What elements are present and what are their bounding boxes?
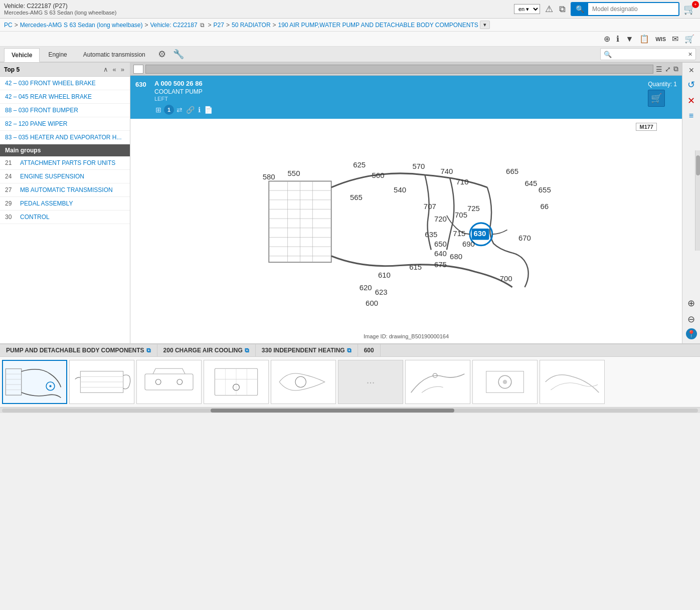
tab-icon-gear[interactable]: ⚙ <box>156 47 168 62</box>
svg-text:645: 645 <box>524 179 537 187</box>
svg-text:550: 550 <box>288 169 300 177</box>
svg-text:670: 670 <box>518 234 531 242</box>
main-groups-list: 21 ATTACHMENT PARTS FOR UNITS 24 ENGINE … <box>0 156 130 343</box>
doc-btn[interactable]: 📋 <box>638 33 651 45</box>
thumbnail-8[interactable] <box>472 360 538 404</box>
top5-item-1[interactable]: 42 – 030 FRONT WHEEL BRAKE <box>0 77 130 90</box>
tab-search-clear-btn[interactable]: ✕ <box>685 50 695 59</box>
copy-icon-btn[interactable]: ⧉ <box>558 3 567 16</box>
thumbnail-3[interactable] <box>136 360 202 404</box>
top5-item-2[interactable]: 42 – 045 REAR WHEEL BRAKE <box>0 90 130 104</box>
breadcrumb-copy-btn[interactable]: ⧉ <box>199 22 206 29</box>
sidebar-reset-btn[interactable]: ✕ <box>686 94 696 108</box>
parts-exchange-icon[interactable]: ⇄ <box>176 105 184 114</box>
svg-text:600: 600 <box>366 299 378 307</box>
tab-transmission[interactable]: Automatic transmission <box>76 48 153 62</box>
thumbnail-6[interactable]: ··· <box>338 360 403 404</box>
thumbnail-1[interactable] <box>2 360 67 404</box>
top5-item-3[interactable]: 88 – 030 FRONT BUMPER <box>0 104 130 117</box>
svg-rect-77 <box>540 360 604 403</box>
toolbar-cart-btn[interactable]: 🛒 <box>683 33 696 45</box>
main-group-24[interactable]: 24 ENGINE SUSPENSION <box>0 170 130 183</box>
parts-badge-1[interactable]: 1 <box>164 105 174 115</box>
svg-text:675: 675 <box>434 260 447 269</box>
svg-rect-71 <box>406 360 470 403</box>
cart-badge: + <box>692 1 699 8</box>
main-group-21[interactable]: 21 ATTACHMENT PARTS FOR UNITS <box>0 156 130 170</box>
parts-part-number: A 000 500 26 86 <box>154 80 644 87</box>
parts-detach-btn[interactable]: ⧉ <box>673 64 679 74</box>
svg-text:540: 540 <box>394 185 406 194</box>
main-group-29[interactable]: 29 PEDAL ASSEMBLY <box>0 197 130 211</box>
header-cart-button[interactable]: 🛒 + <box>683 3 696 15</box>
breadcrumb-p27[interactable]: P27 <box>214 22 224 29</box>
header-search-button[interactable]: 🔍 <box>572 3 588 15</box>
thumb-svg-7 <box>406 360 470 403</box>
header-search-input[interactable] <box>588 4 678 15</box>
top5-item-5[interactable]: 83 – 035 HEATER AND EVAPORATOR H... <box>0 131 130 144</box>
header-search: 🔍 <box>571 2 679 16</box>
svg-text:707: 707 <box>424 202 436 211</box>
svg-text:710: 710 <box>456 177 469 186</box>
warning-icon-btn[interactable]: ⚠ <box>544 3 554 16</box>
horizontal-scrollbar[interactable] <box>0 407 700 413</box>
thumb-svg-5 <box>271 360 335 403</box>
parts-doc-icon[interactable]: 📄 <box>203 105 214 114</box>
parts-grid-icon[interactable]: ⊞ <box>154 105 162 114</box>
diagram-area[interactable]: 580 625 570 550 565 560 540 710 740 665 … <box>130 119 682 343</box>
parts-expand-btn[interactable]: ⤢ <box>664 64 671 74</box>
svg-text:650: 650 <box>434 240 447 248</box>
bottom-tab-600[interactable]: 600 <box>358 344 381 356</box>
lang-select[interactable]: en ▾ <box>514 4 540 14</box>
zoom-in-btn[interactable]: ⊕ <box>602 33 612 45</box>
sidebar-pin-btn[interactable]: 📍 <box>686 328 697 339</box>
breadcrumb-radiator[interactable]: 50 RADIATOR <box>232 22 271 29</box>
filter-btn[interactable]: ▼ <box>624 34 635 45</box>
scrollbar-thumb[interactable] <box>211 409 454 413</box>
breadcrumb-pc[interactable]: PC <box>4 22 13 29</box>
mail-btn[interactable]: ✉ <box>670 33 680 45</box>
bottom-tab-heating[interactable]: 330 INDEPENDENT HEATING ⧉ <box>256 344 358 356</box>
top5-item-4[interactable]: 82 – 120 PANE WIPER <box>0 117 130 131</box>
main-group-30[interactable]: 30 CONTROL <box>0 211 130 224</box>
thumbnail-2[interactable] <box>69 360 134 404</box>
thumbnail-7[interactable] <box>405 360 470 404</box>
tab-vehicle[interactable]: Vehicle <box>4 48 40 62</box>
top5-prev-btn[interactable]: « <box>111 65 118 74</box>
thumbnail-9[interactable] <box>540 360 605 404</box>
bottom-tabs: PUMP AND DETACHABLE BODY COMPONENTS ⧉ 20… <box>0 344 700 357</box>
main-group-27[interactable]: 27 MB AUTOMATIC TRANSMISSION <box>0 183 130 197</box>
breadcrumb-vehicle-line[interactable]: Mercedes-AMG S 63 Sedan (long wheelbase) <box>20 22 143 29</box>
thumbnail-5[interactable] <box>271 360 336 404</box>
add-to-cart-btn[interactable]: 🛒 <box>648 90 665 107</box>
tab-icon-wrench[interactable]: 🔧 <box>171 47 186 62</box>
svg-text:66: 66 <box>541 202 549 211</box>
tab-search-btn[interactable]: 🔍 <box>601 49 615 60</box>
tab-engine[interactable]: Engine <box>41 48 74 62</box>
breadcrumb-subitem[interactable]: 190 AIR PUMP,WATER PUMP AND DETACHABLE B… <box>278 22 478 29</box>
top5-title: Top 5 <box>4 66 20 73</box>
sidebar-refresh-btn[interactable]: ↺ <box>686 78 696 92</box>
sidebar-zoom-in-btn[interactable]: ⊕ <box>686 296 696 310</box>
parts-link-icon[interactable]: 🔗 <box>185 105 196 114</box>
thumb-svg-8 <box>473 360 537 403</box>
wis-btn[interactable]: WIS <box>654 35 667 43</box>
tab-search-input[interactable] <box>615 49 685 60</box>
thumbnail-4[interactable] <box>204 360 269 404</box>
parts-table-checkbox[interactable] <box>133 65 143 74</box>
sidebar-close-btn[interactable]: ✕ <box>687 65 696 76</box>
parts-row-number: 630 <box>135 80 150 88</box>
sidebar-zoom-out-btn[interactable]: ⊖ <box>686 312 696 326</box>
bottom-tab-charge[interactable]: 200 CHARGE AIR COOLING ⧉ <box>157 344 256 356</box>
bottom-tab-pump[interactable]: PUMP AND DETACHABLE BODY COMPONENTS ⧉ <box>0 344 157 356</box>
parts-info-icon[interactable]: ℹ <box>197 105 202 114</box>
breadcrumb-vehicle-id[interactable]: Vehicle: C222187 <box>150 22 198 29</box>
top5-up-btn[interactable]: ∧ <box>102 65 110 74</box>
sidebar-list-btn[interactable]: ≡ <box>687 110 695 122</box>
info-btn[interactable]: ℹ <box>615 33 621 45</box>
svg-text:623: 623 <box>375 288 388 296</box>
parts-list-view-btn[interactable]: ☰ <box>655 64 663 74</box>
top5-next-btn[interactable]: » <box>119 65 126 74</box>
breadcrumb-dropdown-btn[interactable]: ▾ <box>480 21 490 29</box>
svg-text:560: 560 <box>372 171 385 179</box>
